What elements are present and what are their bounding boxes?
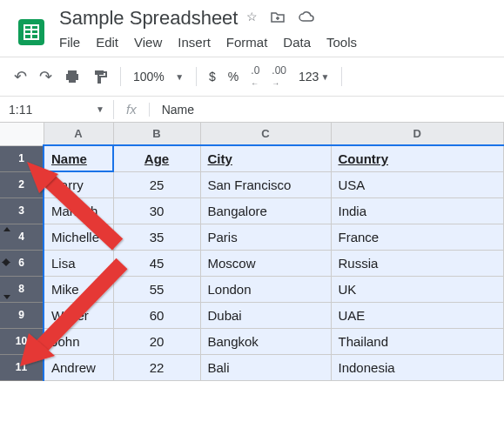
column-header-c[interactable]: C xyxy=(200,123,331,145)
cell-b3[interactable]: 30 xyxy=(113,197,200,224)
row-header-10[interactable]: 10 xyxy=(0,328,44,354)
cell-c2[interactable]: San Francisco xyxy=(200,171,331,197)
svg-rect-8 xyxy=(95,70,104,75)
formula-value[interactable]: Name xyxy=(150,103,206,117)
menu-data[interactable]: Data xyxy=(283,35,311,50)
row-header-6[interactable]: 6 xyxy=(0,250,44,276)
cell-b6[interactable]: 45 xyxy=(113,250,200,276)
cell-d1[interactable]: Country xyxy=(331,145,504,171)
cell-c10[interactable]: Bangkok xyxy=(200,328,331,354)
select-all-corner[interactable] xyxy=(0,123,44,145)
svg-rect-7 xyxy=(69,78,76,83)
row-header-4[interactable]: 4 xyxy=(0,224,44,250)
cell-a4[interactable]: Michelle xyxy=(44,224,113,250)
cell-b9[interactable]: 60 xyxy=(113,302,200,328)
cell-b4[interactable]: 35 xyxy=(113,224,200,250)
cell-a9[interactable]: Walter xyxy=(44,302,113,328)
cloud-status-icon[interactable] xyxy=(298,10,315,28)
spreadsheet-grid[interactable]: A B C D 1 Name Age City Country 2 Harry … xyxy=(0,123,504,381)
menu-insert[interactable]: Insert xyxy=(178,35,211,50)
cell-c1[interactable]: City xyxy=(200,145,331,171)
cell-c9[interactable]: Dubai xyxy=(200,302,331,328)
cell-b1[interactable]: Age xyxy=(113,145,200,171)
cell-a3[interactable]: Mahesh xyxy=(44,197,113,224)
undo-button[interactable]: ↶ xyxy=(14,67,27,86)
column-header-d[interactable]: D xyxy=(331,123,504,145)
column-header-a[interactable]: A xyxy=(44,123,113,145)
number-format-dropdown[interactable]: 123▼ xyxy=(299,70,329,84)
redo-button[interactable]: ↷ xyxy=(39,67,52,86)
currency-button[interactable]: $ xyxy=(209,70,216,84)
print-button[interactable] xyxy=(64,69,80,84)
menu-edit[interactable]: Edit xyxy=(96,35,118,50)
cell-a1[interactable]: Name xyxy=(44,145,113,171)
svg-rect-5 xyxy=(68,70,77,74)
paint-format-button[interactable] xyxy=(92,69,108,84)
cell-d8[interactable]: UK xyxy=(331,276,504,302)
row-header-2[interactable]: 2 xyxy=(0,171,44,197)
cell-c4[interactable]: Paris xyxy=(200,224,331,250)
cell-d6[interactable]: Russia xyxy=(331,250,504,276)
menu-view[interactable]: View xyxy=(134,35,162,50)
cell-d2[interactable]: USA xyxy=(331,171,504,197)
zoom-dropdown[interactable]: 100% ▼ xyxy=(133,70,184,84)
fx-label: fx xyxy=(114,102,149,117)
cell-a11[interactable]: Andrew xyxy=(44,354,113,380)
row-header-9[interactable]: 9 xyxy=(0,302,44,328)
row-header-8[interactable]: 8 xyxy=(0,276,44,302)
name-box-value: 1:11 xyxy=(9,103,32,117)
menu-tools[interactable]: Tools xyxy=(326,35,357,50)
cell-d4[interactable]: France xyxy=(331,224,504,250)
menu-format[interactable]: Format xyxy=(226,35,268,50)
row-header-11[interactable]: 11 xyxy=(0,354,44,380)
name-box[interactable]: 1:11 ▼ xyxy=(0,103,113,117)
cell-b10[interactable]: 20 xyxy=(113,328,200,354)
cell-a10[interactable]: John xyxy=(44,328,113,354)
cell-b2[interactable]: 25 xyxy=(113,171,200,197)
move-folder-icon[interactable] xyxy=(270,10,286,28)
cell-d10[interactable]: Thailand xyxy=(331,328,504,354)
cell-c11[interactable]: Bali xyxy=(200,354,331,380)
cell-a8[interactable]: Mike xyxy=(44,276,113,302)
cell-b11[interactable]: 22 xyxy=(113,354,200,380)
star-icon[interactable]: ☆ xyxy=(246,10,258,28)
decrease-decimal-button[interactable]: .0← xyxy=(251,64,259,89)
column-header-b[interactable]: B xyxy=(113,123,200,145)
cell-b8[interactable]: 55 xyxy=(113,276,200,302)
cell-d3[interactable]: India xyxy=(331,197,504,224)
document-title[interactable]: Sample Spreadsheet xyxy=(59,7,238,30)
cell-c6[interactable]: Moscow xyxy=(200,250,331,276)
sheets-logo[interactable] xyxy=(14,15,49,50)
cell-a2[interactable]: Harry xyxy=(44,171,113,197)
cell-d9[interactable]: UAE xyxy=(331,302,504,328)
percent-button[interactable]: % xyxy=(228,70,239,84)
menu-file[interactable]: File xyxy=(59,35,80,50)
row-header-3[interactable]: 3 xyxy=(0,197,44,224)
cell-c8[interactable]: London xyxy=(200,276,331,302)
increase-decimal-button[interactable]: .00→ xyxy=(272,64,286,89)
cell-a6[interactable]: Lisa xyxy=(44,250,113,276)
row-header-1[interactable]: 1 xyxy=(0,145,44,171)
cell-c3[interactable]: Bangalore xyxy=(200,197,331,224)
cell-d11[interactable]: Indonesia xyxy=(331,354,504,380)
chevron-down-icon: ▼ xyxy=(96,104,104,114)
